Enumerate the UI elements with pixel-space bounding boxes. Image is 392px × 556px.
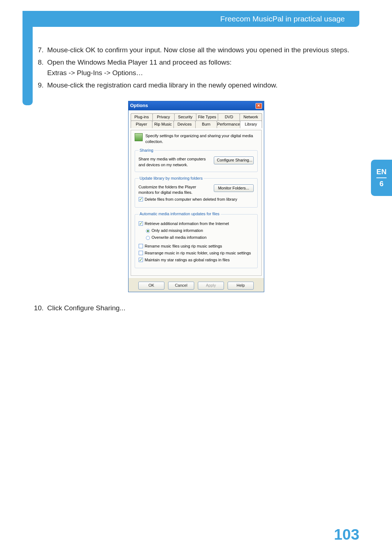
tab-player[interactable]: Player xyxy=(131,120,152,128)
dialog-button-row: OK Cancel Apply Help xyxy=(128,278,264,292)
tab-performance[interactable]: Performance xyxy=(217,120,240,128)
delete-files-checkbox[interactable] xyxy=(139,197,143,201)
update-library-fieldset: Update library by monitoring folders Cus… xyxy=(135,176,258,208)
step-subtext: Extras -> Plug-Ins -> Options… xyxy=(47,68,359,78)
step-8: 8. Open the Windows Media Player 11 and … xyxy=(33,57,359,78)
dialog-title: Options xyxy=(130,102,148,109)
maintain-ratings-checkbox[interactable] xyxy=(139,258,143,262)
tab-security[interactable]: Security xyxy=(174,113,196,121)
sharing-fieldset: Sharing Share my media with other comput… xyxy=(135,148,258,172)
close-icon[interactable]: × xyxy=(256,103,262,109)
dialog-intro: Specify settings for organizing and shar… xyxy=(135,133,258,145)
update-library-legend: Update library by monitoring folders xyxy=(139,176,204,181)
only-add-missing-label: Only add missing information xyxy=(152,228,203,234)
tab-dvd[interactable]: DVD xyxy=(218,113,240,121)
tab-network[interactable]: Network xyxy=(240,113,262,121)
step-text: Open the Windows Media Player 11 and pro… xyxy=(47,57,359,68)
delete-files-label: Delete files from computer when deleted … xyxy=(145,197,237,203)
rearrange-music-checkbox-row: Rearrange music in rip music folder, usi… xyxy=(139,250,254,256)
overwrite-all-radio[interactable] xyxy=(146,236,150,240)
step-7: 7. Mouse-click OK to confirm your input.… xyxy=(33,45,359,55)
page-title: Freecom MusicPal in practical usage xyxy=(220,15,345,23)
apply-button[interactable]: Apply xyxy=(198,282,224,290)
tab-burn[interactable]: Burn xyxy=(195,120,217,128)
tab-file-types[interactable]: File Types xyxy=(196,113,218,121)
help-button[interactable]: Help xyxy=(228,282,254,290)
rename-files-label: Rename music files using rip music setti… xyxy=(145,244,222,249)
delete-files-checkbox-row: Delete files from computer when deleted … xyxy=(139,197,254,203)
side-thumb: EN 6 xyxy=(371,160,392,196)
dialog-intro-text: Specify settings for organizing and shar… xyxy=(146,133,258,145)
overwrite-all-radio-row: Overwrite all media information xyxy=(146,235,254,241)
rename-files-checkbox[interactable] xyxy=(139,244,143,248)
side-chapter: 6 xyxy=(379,180,383,188)
step-number: 8. xyxy=(33,57,47,78)
side-divider xyxy=(376,177,387,178)
page-number: 103 xyxy=(334,526,359,543)
header-title-bar: Freecom MusicPal in practical usage xyxy=(23,11,359,27)
tab-privacy[interactable]: Privacy xyxy=(152,113,175,121)
monitor-folders-button[interactable]: Monitor Folders... xyxy=(214,184,254,192)
only-add-missing-radio[interactable] xyxy=(146,229,150,233)
step-9: 9. Mouse-click the registration card med… xyxy=(33,80,359,90)
auto-media-info-legend: Automatic media information updates for … xyxy=(139,211,221,217)
step-text: Mouse-click OK to confirm your input. No… xyxy=(47,45,359,55)
retrieve-info-label: Retrieve additional information from the… xyxy=(145,221,229,227)
side-language: EN xyxy=(376,168,387,176)
dialog-titlebar: Options × xyxy=(128,101,264,110)
retrieve-info-checkbox[interactable] xyxy=(139,221,143,226)
ok-button[interactable]: OK xyxy=(138,282,164,290)
step-number: 10. xyxy=(33,303,47,313)
maintain-ratings-checkbox-row: Maintain my star ratings as global ratin… xyxy=(139,257,254,263)
rearrange-music-label: Rearrange music in rip music folder, usi… xyxy=(145,250,251,256)
step-text: Click Configure Sharing... xyxy=(47,303,359,313)
configure-sharing-button[interactable]: Configure Sharing... xyxy=(214,156,254,164)
step-text: Mouse-click the registration card media … xyxy=(47,80,359,90)
retrieve-info-checkbox-row: Retrieve additional information from the… xyxy=(139,221,254,227)
tab-devices[interactable]: Devices xyxy=(173,120,195,128)
step-number: 7. xyxy=(33,45,47,55)
overwrite-all-label: Overwrite all media information xyxy=(152,235,207,241)
only-add-missing-radio-row: Only add missing information xyxy=(146,228,254,234)
tab-library[interactable]: Library xyxy=(240,120,262,128)
cancel-button[interactable]: Cancel xyxy=(168,282,194,290)
step-number: 9. xyxy=(33,80,47,90)
tab-rip-music[interactable]: Rip Music xyxy=(152,120,174,128)
library-icon xyxy=(135,133,143,141)
header-bar: Freecom MusicPal in practical usage xyxy=(23,11,359,27)
rearrange-music-checkbox[interactable] xyxy=(139,251,143,255)
step-10: 10. Click Configure Sharing... xyxy=(33,303,359,313)
tabs-row-1: Plug-ins Privacy Security File Types DVD… xyxy=(131,113,262,121)
tabs-row-2: Player Rip Music Devices Burn Performanc… xyxy=(131,120,262,128)
sharing-text: Share my media with other computers and … xyxy=(139,156,211,168)
maintain-ratings-label: Maintain my star ratings as global ratin… xyxy=(145,257,230,263)
rename-files-checkbox-row: Rename music files using rip music setti… xyxy=(139,244,254,249)
tab-plugins[interactable]: Plug-ins xyxy=(131,113,153,121)
options-dialog-figure: Options × Plug-ins Privacy Security File… xyxy=(128,101,264,292)
sharing-legend: Sharing xyxy=(139,148,155,154)
update-library-text: Customize the folders the Player monitor… xyxy=(139,184,211,196)
auto-media-info-fieldset: Automatic media information updates for … xyxy=(135,211,258,268)
